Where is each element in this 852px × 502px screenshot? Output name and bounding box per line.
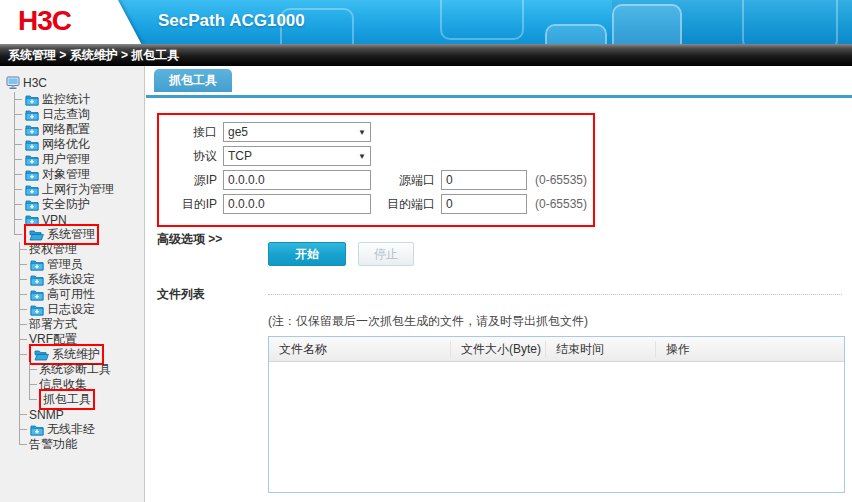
destination-ip-input[interactable] — [223, 194, 371, 214]
tree-connector — [14, 99, 22, 100]
sidebar-root-label: H3C — [23, 76, 47, 90]
tree-connector — [19, 354, 27, 355]
file-table: 文件名称文件大小(Byte)结束时间操作 — [268, 336, 845, 493]
folder-plus-icon — [30, 304, 44, 316]
tree-connector — [14, 144, 22, 145]
tree-guide-line — [19, 242, 20, 444]
tab-packet-capture[interactable]: 抓包工具 — [154, 69, 232, 92]
protocol-row: 协议 TCP ▼ — [169, 144, 593, 168]
sidebar-item[interactable]: 抓包工具 — [0, 392, 144, 407]
folder-plus-icon — [25, 169, 39, 181]
start-button[interactable]: 开始 — [268, 242, 346, 266]
sidebar-item[interactable]: 上网行为管理 — [0, 182, 144, 197]
sidebar-item[interactable]: 用户管理 — [0, 152, 144, 167]
destination-row: 目的IP 目的端口 (0-65535) — [169, 192, 593, 216]
folder-plus-icon — [30, 274, 44, 286]
header-decoration — [742, 0, 838, 44]
tree-connector — [14, 234, 22, 235]
sidebar-item[interactable]: 系统诊断工具 — [0, 362, 144, 377]
sidebar-item[interactable]: 日志查询 — [0, 107, 144, 122]
sidebar-item[interactable]: 管理员 — [0, 257, 144, 272]
sidebar-item[interactable]: 高可用性 — [0, 287, 144, 302]
tree-connector — [19, 294, 27, 295]
main-panel: 抓包工具 接口 ge5 ▼ 协议 TCP ▼ 源IP 源端口 — [146, 66, 852, 502]
folder-plus-icon — [30, 424, 44, 436]
destination-port-label: 目的端口 — [371, 196, 435, 213]
sidebar-item[interactable]: 网络优化 — [0, 137, 144, 152]
sidebar-item-label: 抓包工具 — [43, 391, 91, 408]
destination-port-range-hint: (0-65535) — [535, 197, 587, 211]
sidebar-root-h3c[interactable]: H3C — [0, 74, 144, 92]
folder-plus-icon — [25, 184, 39, 196]
source-port-label: 源端口 — [371, 172, 435, 189]
sidebar-item[interactable]: 系统设定 — [0, 272, 144, 287]
sidebar-item[interactable]: 日志设定 — [0, 302, 144, 317]
sidebar-item[interactable]: 无线非经 — [0, 422, 144, 437]
file-table-header-row: 文件名称文件大小(Byte)结束时间操作 — [269, 337, 844, 362]
sidebar-item-label: 安全防护 — [42, 196, 90, 213]
tree-connector — [29, 399, 37, 400]
tree-connector — [19, 249, 27, 250]
tree-connector — [14, 219, 22, 220]
folder-open-icon — [29, 229, 44, 241]
sidebar-item-content: SNMP — [29, 408, 64, 422]
interface-row: 接口 ge5 ▼ — [169, 120, 593, 144]
breadcrumb: 系统管理 > 系统维护 > 抓包工具 — [0, 44, 852, 66]
app-header: H3C SecPath ACG1000 — [0, 0, 852, 44]
h3c-logo: H3C — [18, 5, 71, 37]
file-table-column-header: 文件大小(Byte) — [451, 341, 546, 357]
header-decoration — [612, 4, 682, 44]
product-title: SecPath ACG1000 — [158, 11, 305, 31]
dotted-divider — [268, 294, 842, 295]
sidebar-item[interactable]: 系统管理 — [0, 227, 144, 242]
protocol-select[interactable]: TCP ▼ — [223, 146, 371, 166]
tree-connector — [19, 324, 27, 325]
interface-selected-value: ge5 — [228, 125, 248, 139]
tree-connector — [19, 309, 27, 310]
folder-plus-icon — [25, 139, 39, 151]
sidebar-item-content: 告警功能 — [29, 436, 77, 453]
tree-connector — [19, 264, 27, 265]
source-ip-input[interactable] — [223, 170, 371, 190]
folder-open-icon — [34, 349, 49, 361]
advanced-options-toggle[interactable]: 高级选项 >> — [157, 231, 222, 248]
sidebar-item[interactable]: 部署方式 — [0, 317, 144, 332]
header-decoration — [545, 24, 607, 44]
header-decoration — [440, 0, 524, 40]
sidebar-item[interactable]: 系统维护 — [0, 347, 144, 362]
tree-connector — [19, 279, 27, 280]
sidebar-item[interactable]: 告警功能 — [0, 437, 144, 452]
file-table-column-header: 操作 — [656, 341, 844, 357]
tree-connector — [19, 429, 27, 430]
tree-connector — [14, 174, 22, 175]
sidebar-item[interactable]: 监控统计 — [0, 92, 144, 107]
destination-port-input[interactable] — [441, 194, 527, 214]
sidebar-item-label: SNMP — [29, 408, 64, 422]
navigation-sidebar: H3C 监控统计日志查询网络配置网络优化用户管理对象管理上网行为管理安全防护VP… — [0, 66, 145, 502]
interface-select[interactable]: ge5 ▼ — [223, 122, 371, 142]
folder-plus-icon — [30, 259, 44, 271]
tree-connector — [14, 129, 22, 130]
sidebar-item[interactable]: 网络配置 — [0, 122, 144, 137]
tab-strip: 抓包工具 — [146, 66, 852, 98]
sidebar-item-label: 告警功能 — [29, 436, 77, 453]
folder-plus-icon — [25, 94, 39, 106]
sidebar-item[interactable]: 安全防护 — [0, 197, 144, 212]
computer-icon — [6, 76, 20, 90]
protocol-selected-value: TCP — [228, 149, 252, 163]
tree-guide-line — [14, 92, 15, 234]
tree-connector — [14, 204, 22, 205]
source-port-input[interactable] — [441, 170, 527, 190]
tree-connector — [14, 159, 22, 160]
chevron-down-icon: ▼ — [358, 128, 366, 137]
tree-guide-line — [29, 362, 30, 399]
tree-connector — [19, 414, 27, 415]
sidebar-item-content: 安全防护 — [24, 196, 90, 213]
sidebar-item[interactable]: 对象管理 — [0, 167, 144, 182]
file-list-label: 文件列表 — [157, 286, 268, 303]
folder-plus-icon — [25, 154, 39, 166]
tree-connector — [29, 384, 37, 385]
sidebar-item[interactable]: 授权管理 — [0, 242, 144, 257]
destination-ip-label: 目的IP — [169, 196, 217, 213]
tree-connector — [19, 444, 27, 445]
